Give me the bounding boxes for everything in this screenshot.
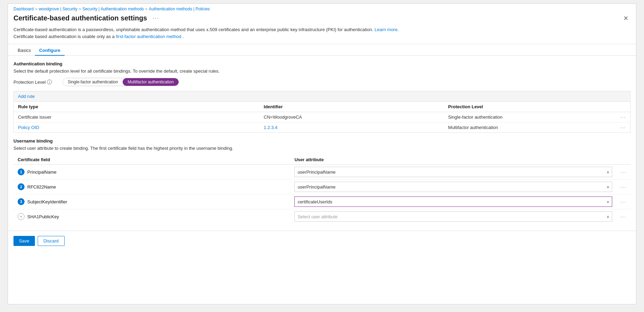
breadcrumb-woodgrove-security[interactable]: woodgrove | Security [39, 7, 77, 11]
auth-binding-title: Authentication binding [13, 61, 631, 66]
cert-field-cell: 3SubjectKeyIdentifier [13, 194, 290, 209]
discard-button[interactable]: Discard [38, 236, 65, 246]
rule-type-cell[interactable]: Policy OID [14, 122, 259, 133]
content-area: Authentication binding Select the defaul… [8, 56, 636, 224]
learn-more-link[interactable]: Learn more [375, 27, 397, 32]
rule-protection-cell: Multifactor authentication [444, 122, 616, 133]
description-line2-suffix: . [182, 34, 184, 39]
rule-protection-cell: Single-factor authentication [444, 112, 616, 122]
user-attr-more-button[interactable]: ··· [616, 165, 631, 180]
user-attribute-dropdown[interactable]: userPrincipalName∨ [294, 182, 612, 192]
col-header-ua-actions [616, 155, 631, 165]
rule-type-cell: Certificate issuer [14, 112, 259, 122]
breadcrumb-sep-1: > [35, 7, 37, 11]
priority-badge: 2 [18, 183, 25, 190]
rule-identifier-cell[interactable]: 1.2.3.4 [259, 122, 444, 133]
row-more-icon[interactable]: ··· [621, 199, 626, 204]
save-button[interactable]: Save [13, 236, 35, 246]
chevron-down-icon: ∨ [607, 200, 609, 204]
authentication-binding-section: Authentication binding Select the defaul… [13, 61, 631, 133]
dropdown-value: certificateUserIds [297, 199, 332, 204]
row-more-icon[interactable]: ··· [620, 114, 626, 120]
multifactor-toggle[interactable]: Multifactor authentication [123, 78, 178, 86]
user-attr-cell: Select user attribute∨ [290, 209, 616, 224]
user-attr-cell: userPrincipalName∨ [290, 165, 616, 180]
more-options-button[interactable]: ··· [151, 15, 161, 22]
user-attr-more-button[interactable]: ··· [616, 194, 631, 209]
main-panel: Dashboard > woodgrove | Security > Secur… [8, 3, 636, 304]
table-row: 3SubjectKeyIdentifiercertificateUserIds∨… [13, 194, 631, 209]
footer: Save Discard [8, 231, 636, 251]
add-rule-button[interactable]: Add rule [14, 91, 630, 102]
priority-badge: 1 [18, 168, 25, 175]
tabs-bar: Basics Configure [8, 45, 636, 56]
protection-level-row: Protection Level i Single-factor authent… [13, 78, 631, 86]
tab-basics[interactable]: Basics [13, 45, 35, 56]
table-row: +SHA1PublicKeySelect user attribute∨··· [13, 209, 631, 224]
page-title: Certificate-based authentication setting… [13, 14, 147, 22]
col-header-protection: Protection Level [444, 102, 616, 112]
description-line1: Certificate-based authentication is a pa… [13, 27, 373, 32]
breadcrumb-dashboard[interactable]: Dashboard [13, 7, 34, 11]
user-attr-more-button[interactable]: ··· [616, 180, 631, 194]
description-block: Certificate-based authentication is a pa… [8, 25, 636, 44]
user-attribute-dropdown[interactable]: certificateUserIds∨ [294, 196, 612, 207]
user-attribute-dropdown[interactable]: Select user attribute∨ [294, 211, 612, 222]
dropdown-value: userPrincipalName [297, 169, 335, 175]
table-row: Certificate issuerCN=WoodgroveCASingle-f… [14, 112, 630, 122]
close-button[interactable]: ✕ [621, 15, 631, 22]
cert-field-cell: +SHA1PublicKey [13, 209, 290, 224]
chevron-down-icon: ∨ [607, 185, 609, 189]
col-header-actions [616, 102, 630, 112]
user-attr-more-button[interactable]: ··· [616, 209, 631, 224]
chevron-down-icon: ∨ [607, 170, 609, 174]
cert-field-label: PrincipalName [27, 169, 57, 175]
user-attribute-dropdown[interactable]: userPrincipalName∨ [294, 167, 612, 177]
rule-more-button[interactable]: ··· [616, 122, 630, 133]
rule-identifier-cell: CN=WoodgroveCA [259, 112, 444, 122]
title-row: Certificate-based authentication setting… [13, 14, 161, 22]
col-header-identifier: Identifier [259, 102, 444, 112]
cert-field-label: SHA1PublicKey [27, 214, 59, 219]
username-binding-table: Certificate field User attribute 1Princi… [13, 155, 631, 224]
col-header-user-attr: User attribute [290, 155, 616, 165]
user-attr-cell: userPrincipalName∨ [290, 180, 616, 194]
protection-level-info-icon[interactable]: i [47, 80, 52, 84]
rules-table: Rule type Identifier Protection Level Ce… [14, 102, 630, 132]
row-more-icon[interactable]: ··· [620, 125, 626, 130]
rules-container: Add rule Rule type Identifier Protection… [13, 91, 631, 133]
single-factor-toggle[interactable]: Single-factor authentication [63, 78, 123, 86]
dropdown-value: userPrincipalName [297, 184, 335, 190]
priority-badge: + [18, 213, 25, 220]
description-line2-prefix: Certificate based authentication is usab… [13, 34, 115, 39]
chevron-down-icon: ∨ [607, 215, 609, 219]
panel-header: Certificate-based authentication setting… [8, 13, 636, 25]
cert-field-cell: 2RFC822Name [13, 180, 290, 194]
rules-table-header-row: Rule type Identifier Protection Level [14, 102, 630, 112]
dropdown-value: Select user attribute [297, 214, 338, 219]
table-row: 2RFC822NameuserPrincipalName∨··· [13, 180, 631, 194]
breadcrumb-policies[interactable]: Authentication methods | Policies [149, 7, 210, 11]
breadcrumb-sep-2: > [79, 7, 81, 11]
breadcrumb-sep-3: > [145, 7, 147, 11]
rule-more-button[interactable]: ··· [616, 112, 630, 122]
row-more-icon[interactable]: ··· [621, 169, 626, 175]
username-binding-section: Username binding Select user attribute t… [13, 138, 631, 224]
username-binding-title: Username binding [13, 138, 631, 144]
cert-field-cell: 1PrincipalName [13, 165, 290, 180]
protection-level-label: Protection Level i [13, 80, 58, 85]
toggle-group: Single-factor authentication Multifactor… [63, 78, 179, 86]
username-binding-description: Select user attribute to create binding.… [13, 146, 631, 151]
col-header-cert-field: Certificate field [13, 155, 290, 165]
first-factor-link[interactable]: first-factor authentication method [116, 34, 181, 39]
col-header-rule-type: Rule type [14, 102, 259, 112]
cert-field-label: SubjectKeyIdentifier [27, 199, 67, 204]
row-more-icon[interactable]: ··· [621, 184, 626, 190]
tab-configure[interactable]: Configure [35, 45, 64, 56]
table-row: 1PrincipalNameuserPrincipalName∨··· [13, 165, 631, 180]
priority-badge: 3 [18, 198, 25, 205]
table-row: Policy OID1.2.3.4Multifactor authenticat… [14, 122, 630, 133]
breadcrumb-auth-methods[interactable]: Security | Authentication methods [82, 7, 144, 11]
cert-field-label: RFC822Name [27, 184, 56, 190]
row-more-icon[interactable]: ··· [621, 214, 626, 219]
